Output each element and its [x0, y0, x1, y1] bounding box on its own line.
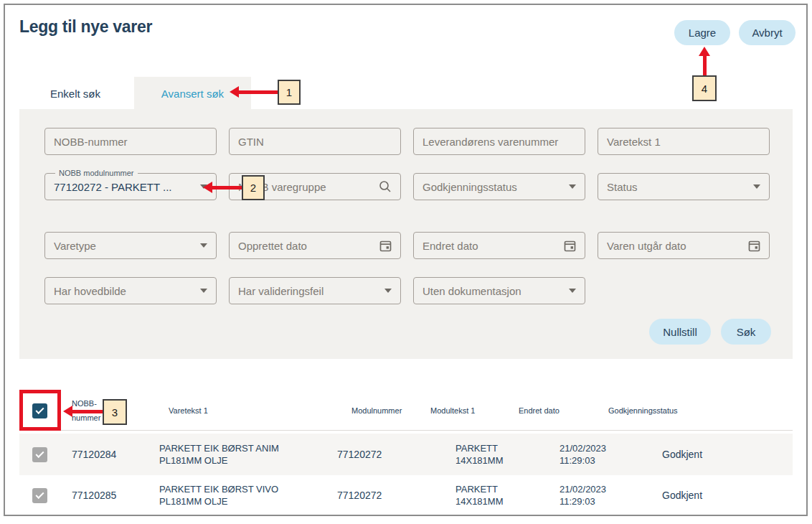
approval-status-placeholder: Godkjenningsstatus [422, 181, 563, 193]
annotation-arrow-left-icon [63, 406, 72, 417]
cell-item-text: PARKETT EIK BØRST VIVO PL181MM OLJE [153, 483, 316, 507]
row-checkbox[interactable] [32, 447, 47, 462]
changed-date-placeholder: Endret dato [422, 240, 558, 252]
annotation-arrow-shaft [703, 56, 707, 75]
created-date-placeholder: Opprettet dato [238, 240, 374, 252]
cell-module-number: 77120272 [316, 490, 416, 501]
nobb-number-field[interactable] [44, 128, 217, 155]
search-icon [379, 180, 392, 193]
has-validation-errors-select[interactable]: Har valideringsfeil [229, 277, 401, 304]
cancel-button[interactable]: Avbryt [739, 20, 796, 45]
checkmark-icon [35, 490, 44, 498]
filter-row-3: Varetype Opprettet dato Endret dato Vare… [44, 232, 770, 259]
row-checkbox[interactable] [32, 488, 47, 503]
cell-module-number: 77120272 [316, 449, 416, 460]
row-select-cell [19, 488, 68, 503]
add-items-page: Legg til nye varer Lagre Avbryt Enkelt s… [0, 0, 812, 524]
item-expiry-date-placeholder: Varen utgår dato [607, 240, 742, 252]
annotation-callout-4: 4 [692, 75, 717, 101]
nobb-module-number-value: 77120272 - PARKETT ... [54, 181, 194, 193]
calendar-icon [379, 240, 392, 252]
gtin-field[interactable] [229, 128, 401, 155]
without-documentation-select[interactable]: Uten dokumentasjon [413, 277, 585, 304]
annotation-arrow-shaft [239, 90, 278, 94]
annotation-arrow-left-icon [203, 182, 212, 193]
item-type-placeholder: Varetype [54, 240, 194, 252]
chevron-down-icon [569, 184, 576, 189]
annotation-highlight-rectangle [19, 390, 61, 431]
calendar-icon [748, 240, 760, 252]
supplier-item-number-input[interactable] [422, 136, 576, 148]
without-documentation-placeholder: Uten dokumentasjon [422, 285, 563, 297]
cell-approval-status: Godkjent [606, 449, 793, 460]
chevron-down-icon [200, 243, 207, 248]
chevron-down-icon [569, 289, 576, 293]
cell-module-text: PARKETT 14X181MM [416, 442, 516, 467]
column-header-item-text: Varetekst 1 [153, 403, 316, 418]
annotation-arrow-left-icon [230, 86, 239, 98]
nobb-number-input[interactable] [54, 136, 207, 148]
search-button[interactable]: Søk [721, 319, 771, 345]
annotation-arrow-shaft [212, 186, 242, 190]
chevron-down-icon [200, 289, 207, 293]
chevron-down-icon [753, 184, 760, 189]
annotation-arrow-shaft [72, 410, 103, 413]
supplier-item-number-field[interactable] [413, 128, 585, 155]
page-title: Legg til nye varer [19, 17, 152, 37]
calendar-icon [564, 240, 576, 252]
item-expiry-date-picker[interactable]: Varen utgår dato [598, 232, 770, 259]
table-header: NOBB-nummer Varetekst 1 Modulnummer Modu… [19, 391, 793, 431]
status-select[interactable]: Status [598, 173, 770, 200]
filter-row-2: NOBB modulnummer 77120272 - PARKETT ... … [44, 173, 770, 200]
has-validation-errors-placeholder: Har valideringsfeil [238, 285, 379, 297]
cell-changed-date: 21/02/2023 11:29:03 [516, 442, 606, 467]
save-button[interactable]: Lagre [674, 20, 730, 45]
advanced-search-panel: NOBB modulnummer 77120272 - PARKETT ... … [19, 109, 793, 359]
nobb-module-number-label: NOBB modulnummer [55, 168, 138, 178]
filter-row-4: Har hovedbilde Har valideringsfeil Uten … [44, 277, 585, 304]
row-select-cell [19, 447, 68, 462]
reset-button[interactable]: Nullstill [649, 319, 711, 345]
column-header-changed-date: Endret dato [516, 403, 606, 418]
cell-approval-status: Godkjent [606, 490, 793, 501]
item-type-select[interactable]: Varetype [44, 232, 217, 259]
column-header-module-number: Modulnummer [316, 403, 416, 418]
cell-changed-date: 21/02/2023 11:29:03 [516, 483, 606, 507]
has-main-image-placeholder: Har hovedbilde [54, 285, 194, 297]
cell-nobb-number: 77120285 [68, 490, 153, 501]
checkmark-icon [35, 449, 44, 457]
nobb-module-number-select[interactable]: NOBB modulnummer 77120272 - PARKETT ... [44, 173, 217, 200]
status-placeholder: Status [607, 181, 747, 193]
item-text-field[interactable] [598, 128, 770, 155]
table-row: 77120285 PARKETT EIK BØRST VIVO PL181MM … [19, 475, 793, 515]
cell-nobb-number: 77120284 [68, 449, 153, 460]
annotation-arrow-up-icon [699, 47, 710, 56]
item-text-input[interactable] [607, 136, 760, 148]
has-main-image-select[interactable]: Har hovedbilde [44, 277, 217, 304]
tab-simple-search[interactable]: Enkelt søk [29, 77, 122, 110]
approval-status-select[interactable]: Godkjenningsstatus [413, 173, 585, 200]
annotation-callout-1: 1 [278, 80, 301, 105]
chevron-down-icon [384, 289, 392, 293]
cell-module-text: PARKETT 14X181MM [416, 483, 516, 507]
changed-date-picker[interactable]: Endret dato [413, 232, 585, 259]
table-row: 77120284 PARKETT EIK BØRST ANIM PL181MM … [19, 434, 793, 475]
column-header-approval-status: Godkjenningsstatus [606, 403, 793, 418]
annotation-callout-3: 3 [103, 399, 127, 425]
filter-row-1 [44, 128, 770, 155]
column-header-module-text: Modultekst 1 [416, 403, 516, 418]
created-date-picker[interactable]: Opprettet dato [229, 232, 401, 259]
gtin-input[interactable] [238, 136, 392, 148]
cell-item-text: PARKETT EIK BØRST ANIM PL181MM OLJE [153, 442, 316, 467]
annotation-callout-2: 2 [242, 175, 265, 200]
